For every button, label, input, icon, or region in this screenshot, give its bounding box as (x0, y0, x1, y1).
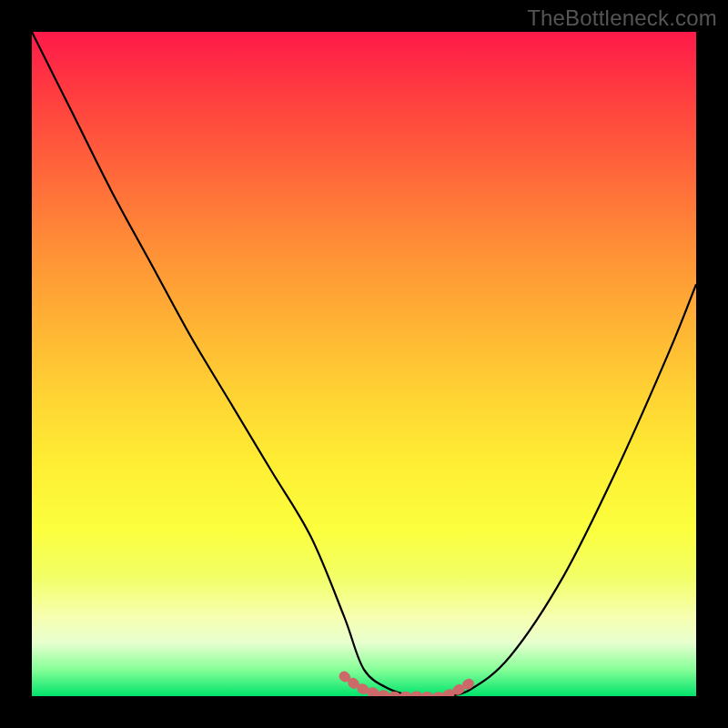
bottleneck-curve (32, 32, 696, 696)
watermark-text: TheBottleneck.com (527, 5, 717, 31)
chart-svg (32, 32, 696, 696)
plot-area (32, 32, 696, 696)
optimal-range-marker (344, 676, 470, 696)
chart-frame: TheBottleneck.com (0, 0, 728, 728)
